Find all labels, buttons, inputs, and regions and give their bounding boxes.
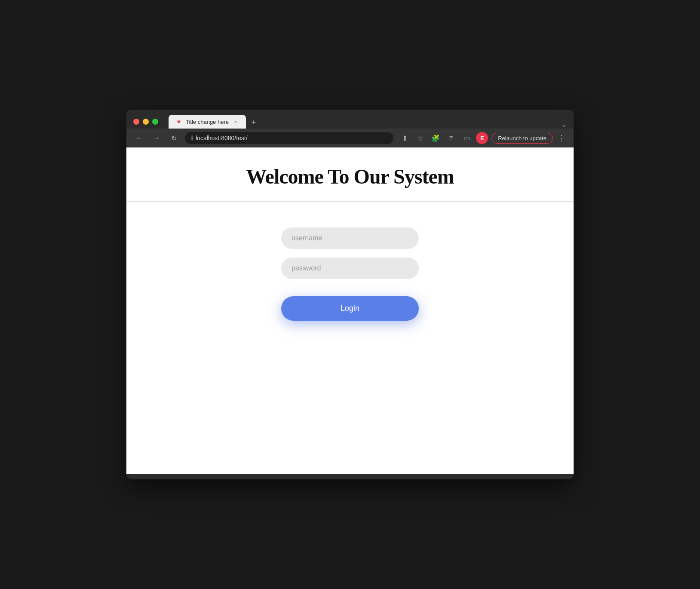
maximize-button[interactable] [152,119,158,125]
bookmark-icon[interactable]: ☆ [414,132,426,144]
browser-window: ♥ Title change here × + ⌄ ← → ↻ ℹ localh… [126,110,574,479]
address-info-icon: ℹ [191,135,193,141]
tab-list-chevron-icon[interactable]: ⌄ [561,120,567,129]
minimize-button[interactable] [143,119,149,125]
reload-button[interactable]: ↻ [168,132,180,144]
password-input[interactable] [281,258,419,279]
forward-button[interactable]: → [150,132,163,144]
address-input[interactable]: ℹ localhost:8080/test/ [185,132,393,144]
title-bar: ♥ Title change here × + ⌄ [126,110,574,129]
address-url-text: localhost:8080/test/ [196,135,387,141]
login-button[interactable]: Login [281,296,419,321]
sidebar-icon[interactable]: ▭ [461,132,473,144]
share-icon[interactable]: ⬆ [399,132,411,144]
login-form: Login [126,202,574,347]
page-header: Welcome To Our System [126,147,574,202]
tab-close-button[interactable]: × [232,118,239,125]
toolbar-icons: ⬆ ☆ 🧩 ≡ ▭ E Relaunch to update ⋮ [399,132,567,144]
more-options-icon[interactable]: ⋮ [556,133,567,143]
page-content: Welcome To Our System Login [126,147,574,474]
relaunch-button[interactable]: Relaunch to update [491,133,553,144]
extensions-icon[interactable]: 🧩 [430,132,442,144]
active-tab[interactable]: ♥ Title change here × [169,115,246,129]
tab-title: Title change here [186,119,229,125]
traffic-lights [133,119,158,125]
user-avatar-button[interactable]: E [476,132,488,144]
page-title: Welcome To Our System [135,165,565,188]
tab-bar: ♥ Title change here × + ⌄ [169,115,567,129]
close-button[interactable] [133,119,139,125]
reading-list-icon[interactable]: ≡ [445,132,457,144]
username-input[interactable] [281,227,419,249]
new-tab-button[interactable]: + [248,117,260,129]
back-button[interactable]: ← [133,132,145,144]
tab-favicon-icon: ♥ [175,118,182,125]
address-bar: ← → ↻ ℹ localhost:8080/test/ ⬆ ☆ 🧩 ≡ ▭ E… [126,129,574,147]
